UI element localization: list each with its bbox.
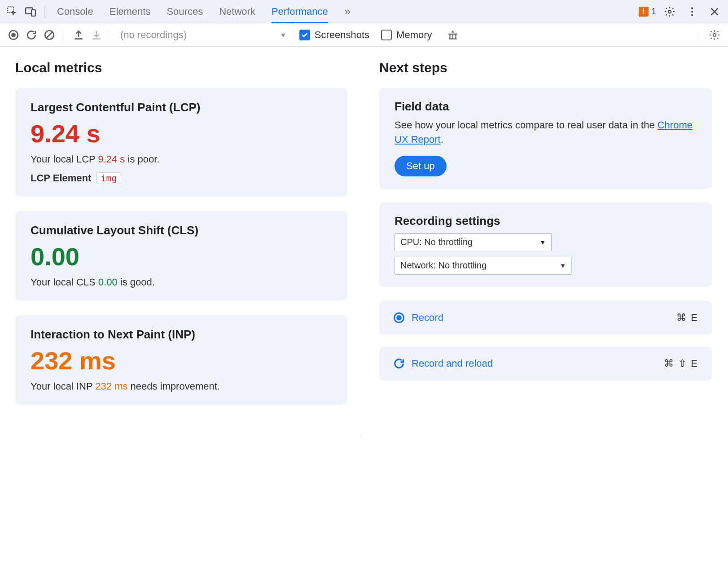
reload-record-icon[interactable] <box>22 26 40 44</box>
cls-summary-value: 0.00 <box>98 276 118 288</box>
close-devtools-icon[interactable] <box>706 3 724 21</box>
inp-card: Interaction to Next Paint (INP) 232 ms Y… <box>15 315 347 405</box>
record-reload-shortcut: ⌘ ⇧ E <box>664 358 698 369</box>
lcp-value: 9.24 s <box>31 119 332 148</box>
lcp-title: Largest Contentful Paint (LCP) <box>31 101 332 114</box>
capture-settings-icon[interactable] <box>706 26 724 44</box>
more-tabs-icon[interactable]: » <box>344 0 351 23</box>
device-toolbar-icon[interactable] <box>22 3 39 21</box>
recording-settings-card: Recording settings CPU: No throttling ▼ … <box>379 202 712 287</box>
text: See how your local metrics compare to re… <box>395 119 658 131</box>
warning-icon: ! <box>639 7 649 17</box>
memory-label: Memory <box>396 29 432 41</box>
devtools-tabbar: Console Elements Sources Network Perform… <box>0 0 728 23</box>
record-shortcut: ⌘ E <box>676 312 698 324</box>
recordings-label: (no recordings) <box>120 29 187 41</box>
cls-value: 0.00 <box>31 242 332 271</box>
screenshots-label: Screenshots <box>315 29 369 41</box>
text: Your local INP <box>31 381 95 392</box>
clear-icon[interactable] <box>40 26 58 44</box>
setup-button[interactable]: Set up <box>395 156 447 176</box>
memory-checkbox[interactable]: Memory <box>381 29 432 41</box>
network-throttling-select[interactable]: Network: No throttling ▼ <box>395 257 572 275</box>
lcp-element-label: LCP Element <box>31 172 91 184</box>
performance-toolbar: (no recordings) ▼ Screenshots Memory <box>0 23 728 47</box>
separator <box>44 5 44 18</box>
kebab-menu-icon[interactable] <box>683 3 701 21</box>
tab-console[interactable]: Console <box>57 0 93 23</box>
lcp-card: Largest Contentful Paint (LCP) 9.24 s Yo… <box>15 88 347 197</box>
svg-point-10 <box>713 33 716 36</box>
reload-icon <box>393 357 405 370</box>
tab-performance[interactable]: Performance <box>272 0 328 23</box>
checkbox-icon <box>381 30 392 40</box>
performance-panel: Local metrics Largest Contentful Paint (… <box>0 47 728 437</box>
issues-counter[interactable]: ! 1 <box>639 6 656 17</box>
svg-point-5 <box>691 10 693 12</box>
separator <box>698 29 698 41</box>
text: . <box>441 134 443 145</box>
recording-settings-title: Recording settings <box>395 214 697 228</box>
chevron-down-icon: ▼ <box>560 262 566 269</box>
lcp-summary: Your local LCP 9.24 s is poor. <box>31 153 332 165</box>
download-icon <box>88 26 105 44</box>
record-label: Record <box>412 312 443 324</box>
record-icon[interactable] <box>4 26 22 44</box>
next-steps-heading: Next steps <box>379 60 712 75</box>
recordings-dropdown[interactable]: (no recordings) <box>120 29 199 41</box>
text: is poor. <box>125 153 159 165</box>
chevron-down-icon: ▼ <box>539 239 546 246</box>
inp-summary: Your local INP 232 ms needs improvement. <box>31 381 332 392</box>
text: Your local CLS <box>31 276 98 288</box>
svg-point-3 <box>668 10 671 13</box>
panel-tabs: Console Elements Sources Network Perform… <box>57 0 639 23</box>
svg-point-4 <box>691 7 693 9</box>
separator <box>111 29 111 41</box>
separator <box>64 29 64 41</box>
cpu-throttling-value: CPU: No throttling <box>400 237 473 247</box>
screenshots-checkbox[interactable]: Screenshots <box>299 29 369 41</box>
cls-title: Cumulative Layout Shift (CLS) <box>31 224 332 237</box>
local-metrics-heading: Local metrics <box>15 60 347 75</box>
chevron-down-icon: ▼ <box>280 31 286 39</box>
record-circle-icon <box>393 311 405 324</box>
tab-sources[interactable]: Sources <box>167 0 203 23</box>
inp-value: 232 ms <box>31 346 332 375</box>
lcp-summary-value: 9.24 s <box>98 153 125 165</box>
checkbox-icon <box>299 30 310 40</box>
tab-elements[interactable]: Elements <box>110 0 151 23</box>
inspect-element-icon[interactable] <box>4 3 22 21</box>
lcp-element-row: LCP Element img <box>31 172 332 184</box>
cls-card: Cumulative Layout Shift (CLS) 0.00 Your … <box>15 211 347 301</box>
upload-icon[interactable] <box>70 26 88 44</box>
field-data-title: Field data <box>395 100 697 114</box>
issues-count: 1 <box>651 6 656 17</box>
separator <box>293 23 293 46</box>
next-steps-column: Next steps Field data See how your local… <box>361 47 728 410</box>
inp-title: Interaction to Next Paint (INP) <box>31 328 332 342</box>
lcp-element-tag[interactable]: img <box>96 172 121 184</box>
inp-summary-value: 232 ms <box>95 381 127 392</box>
field-data-card: Field data See how your local metrics co… <box>379 88 712 189</box>
svg-point-12 <box>396 315 402 320</box>
record-reload-action[interactable]: Record and reload ⌘ ⇧ E <box>379 346 712 381</box>
collect-garbage-icon[interactable] <box>444 26 462 44</box>
svg-rect-2 <box>31 9 35 16</box>
record-action[interactable]: Record ⌘ E <box>379 301 712 335</box>
settings-icon[interactable] <box>661 3 679 21</box>
record-reload-label: Record and reload <box>412 358 493 369</box>
text: is good. <box>118 276 155 288</box>
network-throttling-value: Network: No throttling <box>400 260 487 271</box>
cls-summary: Your local CLS 0.00 is good. <box>31 276 332 288</box>
tab-network[interactable]: Network <box>219 0 255 23</box>
field-data-desc: See how your local metrics compare to re… <box>395 118 697 147</box>
svg-point-6 <box>691 14 693 16</box>
text: Your local LCP <box>31 153 98 165</box>
local-metrics-column: Local metrics Largest Contentful Paint (… <box>0 47 361 437</box>
text: needs improvement. <box>127 381 219 392</box>
cpu-throttling-select[interactable]: CPU: No throttling ▼ <box>395 233 552 251</box>
svg-point-8 <box>11 33 16 37</box>
